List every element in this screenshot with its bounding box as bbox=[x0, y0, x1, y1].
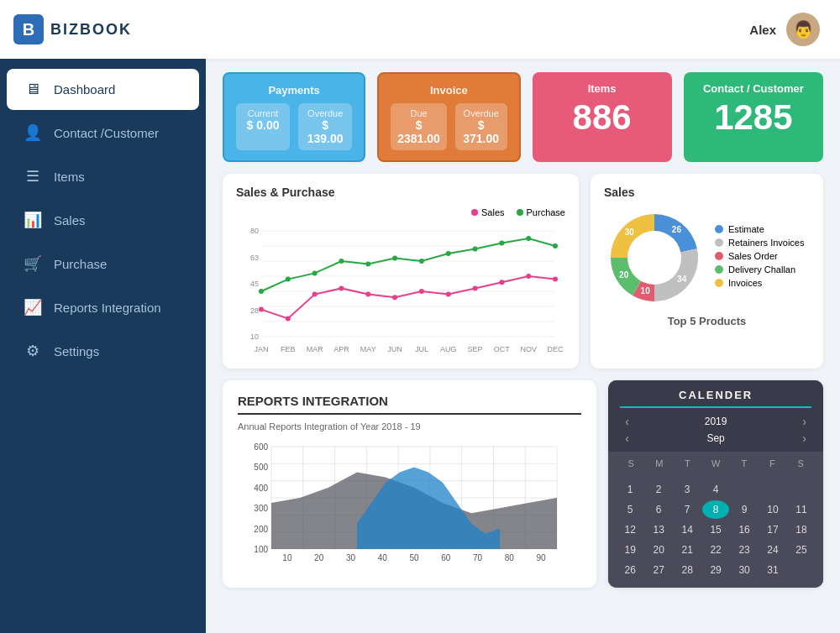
payments-title: Payments bbox=[236, 84, 352, 97]
stat-cards-row: Payments Current $ 0.00 Overdue $ 139.00… bbox=[223, 72, 823, 162]
items-card: Items 886 bbox=[533, 72, 672, 162]
cal-day[interactable]: 8 bbox=[702, 500, 729, 519]
cal-day[interactable]: 27 bbox=[645, 561, 672, 579]
invoice-row: Due $ 2381.00 Overdue $ 371.00 bbox=[391, 103, 507, 150]
cal-day bbox=[674, 472, 701, 479]
cal-day-header: M bbox=[645, 458, 674, 468]
reports-chart-canvas bbox=[238, 440, 565, 574]
cal-day[interactable]: 2 bbox=[645, 480, 672, 499]
cal-day-header: S bbox=[617, 458, 645, 468]
sidebar-item-contact[interactable]: 👤Contact /Customer bbox=[7, 112, 199, 154]
logo-text: BIZBOOK bbox=[50, 21, 132, 39]
cal-year-prev[interactable]: ‹ bbox=[620, 415, 634, 428]
invoice-title: Invoice bbox=[391, 84, 507, 97]
cal-day[interactable]: 4 bbox=[702, 480, 729, 499]
cal-day bbox=[731, 480, 758, 499]
cal-day[interactable]: 15 bbox=[702, 521, 729, 539]
cal-day bbox=[788, 561, 815, 579]
contact-icon: 👤 bbox=[24, 123, 42, 142]
cal-month-nav: ‹ Sep › bbox=[620, 430, 811, 447]
cal-day[interactable]: 14 bbox=[674, 521, 701, 539]
purchase-icon: 🛒 bbox=[24, 254, 42, 273]
cal-year-nav: ‹ 2019 › bbox=[620, 413, 811, 430]
cal-day[interactable]: 23 bbox=[731, 541, 758, 559]
cal-day[interactable]: 31 bbox=[759, 561, 786, 579]
cal-day[interactable]: 7 bbox=[674, 500, 701, 519]
sidebar-item-reports[interactable]: 📈Reports Integration bbox=[7, 286, 199, 328]
cal-day[interactable]: 24 bbox=[759, 541, 786, 559]
cal-day[interactable]: 18 bbox=[788, 521, 815, 539]
cal-day[interactable]: 19 bbox=[617, 541, 643, 559]
cal-day bbox=[788, 480, 815, 499]
donut-dot bbox=[715, 265, 723, 274]
donut-legend-label: Estimate bbox=[728, 224, 764, 234]
cal-day[interactable]: 1 bbox=[617, 480, 643, 499]
sidebar-label-contact: Contact /Customer bbox=[54, 126, 159, 140]
cal-day[interactable]: 20 bbox=[645, 541, 672, 559]
cal-day[interactable]: 17 bbox=[759, 521, 786, 539]
cal-day[interactable]: 12 bbox=[617, 521, 643, 539]
cal-day[interactable]: 28 bbox=[674, 561, 701, 579]
sidebar-item-dashboard[interactable]: 🖥Dashboard bbox=[7, 69, 199, 110]
invoice-due: Due $ 2381.00 bbox=[391, 103, 447, 150]
cal-day[interactable]: 21 bbox=[674, 541, 701, 559]
donut-legend-label: Retainers Invoices bbox=[728, 238, 805, 248]
donut-legend-item: Retainers Invoices bbox=[715, 238, 805, 248]
cal-month-prev[interactable]: ‹ bbox=[620, 432, 634, 445]
invoice-card: Invoice Due $ 2381.00 Overdue $ 371.00 bbox=[377, 72, 520, 162]
cal-month-next[interactable]: › bbox=[797, 432, 811, 445]
donut-dot bbox=[715, 238, 723, 247]
user-name: Alex bbox=[749, 23, 776, 37]
donut-dot bbox=[715, 225, 723, 233]
cal-header: CALENDER ‹ 2019 › ‹ Sep › bbox=[608, 380, 823, 452]
cal-day bbox=[788, 472, 815, 479]
donut-dot bbox=[715, 252, 723, 260]
topbar: Alex 👨 bbox=[206, 0, 840, 59]
sidebar-item-settings[interactable]: ⚙Settings bbox=[7, 330, 199, 372]
donut-legend-item: Invoices bbox=[715, 278, 805, 288]
donut-dot bbox=[715, 279, 723, 287]
cal-day[interactable]: 26 bbox=[617, 561, 643, 579]
sidebar-label-settings: Settings bbox=[54, 344, 99, 358]
cal-day[interactable]: 9 bbox=[731, 500, 758, 519]
cal-day[interactable]: 16 bbox=[731, 521, 758, 539]
cal-day[interactable]: 22 bbox=[702, 541, 729, 559]
sales-purchase-chart: Sales & Purchase Sales Purchase bbox=[223, 174, 579, 369]
dashboard-icon: 🖥 bbox=[24, 81, 42, 98]
sales-legend: Sales bbox=[471, 207, 505, 217]
reports-subtitle: Annual Reports Integration of Year 2018 … bbox=[238, 421, 581, 432]
contact-value: 1285 bbox=[696, 98, 811, 137]
cal-day[interactable]: 3 bbox=[674, 480, 701, 499]
invoice-due-value: $ 2381.00 bbox=[397, 118, 440, 145]
donut-legend-item: Estimate bbox=[715, 224, 805, 234]
cal-day[interactable]: 11 bbox=[788, 500, 815, 519]
items-label: Items bbox=[544, 82, 660, 95]
line-chart-canvas bbox=[236, 222, 564, 357]
invoice-overdue: Overdue $ 371.00 bbox=[455, 103, 507, 150]
sidebar-item-items[interactable]: ☰Items bbox=[7, 155, 199, 197]
calendar-card: CALENDER ‹ 2019 › ‹ Sep › SMTWTFS 123456… bbox=[608, 380, 823, 588]
cal-days-grid: 1234567891011121314151617181920212223242… bbox=[617, 472, 815, 579]
payments-current-label: Current bbox=[243, 108, 283, 118]
donut-legend-item: Delivery Challan bbox=[715, 264, 805, 275]
cal-day[interactable]: 13 bbox=[645, 521, 672, 539]
sales-icon: 📊 bbox=[24, 211, 42, 229]
payments-current: Current $ 0.00 bbox=[236, 103, 290, 150]
cal-day[interactable]: 10 bbox=[759, 500, 786, 519]
sidebar-item-sales[interactable]: 📊Sales bbox=[7, 199, 199, 241]
sidebar: B BIZBOOK 🖥Dashboard👤Contact /Customer☰I… bbox=[0, 0, 206, 633]
top-products-label: Top 5 Products bbox=[604, 315, 810, 327]
sales-purchase-title: Sales & Purchase bbox=[236, 186, 565, 199]
cal-day-header: S bbox=[786, 458, 815, 468]
cal-days-header: SMTWTFS bbox=[617, 458, 815, 468]
cal-day[interactable]: 6 bbox=[645, 500, 672, 519]
cal-day[interactable]: 25 bbox=[788, 541, 815, 559]
cal-day[interactable]: 29 bbox=[702, 561, 729, 579]
cal-title: CALENDER bbox=[620, 389, 811, 408]
cal-day[interactable]: 30 bbox=[731, 561, 758, 579]
payments-overdue-label: Overdue bbox=[305, 108, 345, 118]
cal-year-next[interactable]: › bbox=[797, 415, 811, 428]
sidebar-item-purchase[interactable]: 🛒Purchase bbox=[7, 243, 199, 285]
cal-day[interactable]: 5 bbox=[617, 500, 643, 519]
sales-donut-chart: Sales EstimateRetainers InvoicesSales Or… bbox=[591, 174, 823, 369]
